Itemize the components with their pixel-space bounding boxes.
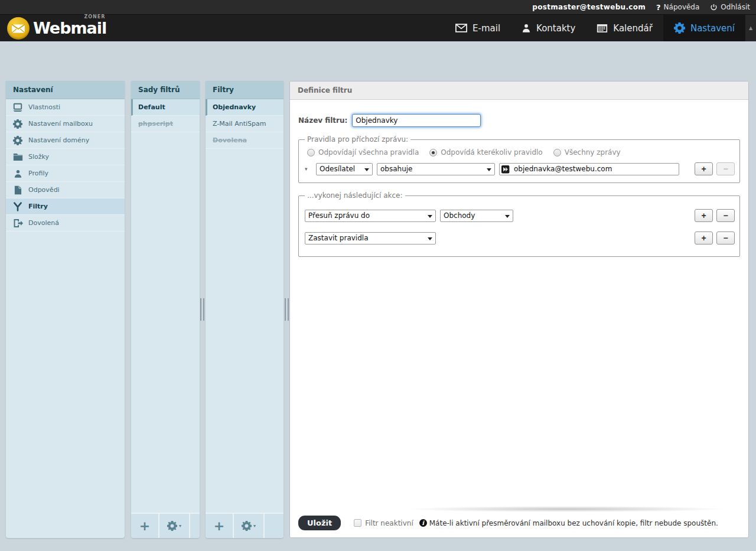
nav-label-kontakty: Kontakty: [536, 23, 575, 34]
sidebar-item-odpovedi[interactable]: Odpovědi: [6, 182, 125, 198]
filter-editor-panel: Definice filtru Název filtru: Pravidla p…: [289, 81, 749, 538]
action-type-select[interactable]: Zastavit pravidla: [305, 232, 436, 244]
sidebar-item-profily[interactable]: Profily: [6, 165, 125, 182]
logout-label: Odhlásit: [721, 3, 750, 11]
action-type-select[interactable]: Přesuň zprávu do: [305, 210, 436, 222]
filter-actions-menu-button[interactable]: ▾: [234, 514, 265, 538]
person-icon: [522, 23, 531, 33]
add-filter-button[interactable]: +: [206, 514, 234, 538]
radio-match-any[interactable]: Odpovídá kterékoliv pravidlo: [429, 148, 542, 157]
editor-body: Název filtru: Pravidla pro příchozí zprá…: [290, 100, 748, 537]
sidebar-item-filtry[interactable]: Filtry: [6, 198, 125, 215]
match-mode-radios: Odpovídají všechna pravidla Odpovídá kte…: [307, 148, 735, 157]
editor-spacer: [298, 257, 740, 506]
brand-company: ZONER: [84, 15, 105, 19]
document-icon: [12, 185, 24, 195]
rule-field-select[interactable]: Odesílatel: [316, 163, 373, 175]
filter-set-item-phpscript[interactable]: phpscript: [131, 116, 200, 132]
column-resize-grip[interactable]: [285, 298, 289, 321]
action-row: Přesuň zprávu do Obchody + −: [305, 209, 735, 222]
address-picker-icon[interactable]: [501, 165, 510, 176]
envelope-icon: [455, 24, 467, 32]
rules-legend: Pravidla pro příchozí zprávu:: [305, 135, 410, 144]
sidebar-item-slozky[interactable]: Složky: [6, 149, 125, 165]
toolbar-spacer: [265, 514, 284, 538]
add-action-button[interactable]: +: [695, 209, 713, 222]
filter-sets-toolbar: + ▾: [131, 513, 200, 538]
radio-match-all-messages[interactable]: Všechny zprávy: [553, 148, 621, 157]
filter-sets-column: Sady filtrů Default phpscript + ▾: [131, 81, 200, 538]
gear-icon: [12, 135, 24, 146]
list-item-label: Z-Mail AntiSpam: [213, 120, 266, 128]
settings-nav-column: Nastavení Vlastnosti Nastavení mailboxu …: [6, 81, 125, 538]
filter-set-actions-menu-button[interactable]: ▾: [159, 514, 190, 538]
filters-column: Filtry Objednavky Z-Mail AntiSpam Dovole…: [206, 81, 284, 538]
filter-inactive-checkbox-wrap[interactable]: Filtr neaktivní: [354, 519, 413, 527]
rule-value-wrap: [499, 162, 679, 175]
actions-fieldset: ...vykonej následující akce: Přesuň zprá…: [298, 191, 740, 257]
radio-label: Odpovídá kterékoliv pravidlo: [441, 148, 542, 157]
rule-row-expander-icon[interactable]: ▾: [305, 166, 312, 172]
main-nav-bar: ZONER Webmail E-mail Kontakty: [0, 14, 756, 41]
add-filter-set-button[interactable]: +: [131, 514, 159, 538]
action-row-buttons: + −: [695, 232, 735, 244]
sidebar-item-dovolena[interactable]: Dovolená: [6, 215, 125, 232]
rule-value-input[interactable]: [499, 163, 679, 175]
action-row-buttons: + −: [695, 209, 735, 222]
add-action-button[interactable]: +: [695, 232, 713, 244]
gear-icon: [12, 119, 24, 129]
collapse-up-icon: ▲: [749, 25, 752, 31]
radio-label: Všechny zprávy: [565, 148, 621, 157]
gear-icon: [167, 521, 177, 531]
filter-set-item-default[interactable]: Default: [131, 99, 200, 116]
sidebar-item-label: Profily: [28, 169, 48, 177]
filter-sets-list: Default phpscript: [131, 99, 200, 513]
person-icon: [12, 168, 24, 179]
nav-item-nastaveni[interactable]: Nastavení: [663, 15, 745, 41]
sidebar-item-nastaveni-mailboxu[interactable]: Nastavení mailboxu: [6, 116, 125, 132]
filter-item-zmail-antispam[interactable]: Z-Mail AntiSpam: [206, 116, 284, 132]
power-icon: [710, 4, 718, 11]
radio-match-all[interactable]: Odpovídají všechna pravidla: [307, 148, 419, 157]
checkbox-icon[interactable]: [354, 519, 361, 527]
nav-collapse-button[interactable]: ▲: [745, 15, 756, 41]
action-row: Zastavit pravidla + −: [305, 232, 735, 244]
nav-label-nastaveni: Nastavení: [690, 23, 735, 34]
top-bar: postmaster@testwebu.com ? Nápověda Odhlá…: [0, 0, 756, 14]
column-resize-grip[interactable]: [200, 298, 205, 321]
nav-item-email[interactable]: E-mail: [445, 15, 511, 41]
nav-items: E-mail Kontakty Kalendář Nastavení: [445, 15, 756, 41]
nav-item-kontakty[interactable]: Kontakty: [511, 15, 586, 41]
calendar-icon: [597, 24, 608, 33]
sidebar-item-vlastnosti[interactable]: Vlastnosti: [6, 99, 125, 116]
gear-icon: [674, 22, 685, 34]
filter-item-objednavky[interactable]: Objednavky: [206, 99, 284, 116]
gear-icon: [242, 521, 252, 531]
remove-action-button[interactable]: −: [716, 232, 735, 244]
radio-icon-checked: [429, 149, 437, 157]
add-rule-button[interactable]: +: [695, 162, 713, 175]
help-link[interactable]: ? Nápověda: [656, 3, 699, 12]
sidebar-item-nastaveni-domeny[interactable]: Nastavení domény: [6, 132, 125, 149]
webmail-logo[interactable]: ZONER Webmail: [0, 15, 154, 41]
chevron-down-icon: ▾: [179, 523, 181, 529]
save-button[interactable]: Uložit: [298, 516, 341, 530]
filters-toolbar: + ▾: [206, 513, 284, 538]
radio-icon: [307, 149, 315, 157]
remove-action-button[interactable]: −: [716, 209, 735, 222]
filter-item-dovolena[interactable]: Dovolena: [206, 132, 284, 149]
sidebar-item-label: Odpovědi: [28, 186, 60, 194]
actions-legend: ...vykonej následující akce:: [305, 191, 405, 200]
rule-operator-select[interactable]: obsahuje: [377, 163, 495, 175]
remove-rule-button[interactable]: −: [716, 162, 735, 175]
list-item-label: Default: [138, 103, 165, 111]
action-target-select[interactable]: Obchody: [440, 210, 513, 222]
nav-item-kalendar[interactable]: Kalendář: [586, 15, 663, 41]
filter-name-input[interactable]: [352, 114, 481, 127]
filter-name-label: Název filtru:: [298, 116, 347, 125]
chevron-down-icon: ▾: [253, 523, 256, 529]
list-item-label: phpscript: [138, 120, 173, 128]
logout-link[interactable]: Odhlásit: [710, 3, 750, 11]
list-item-label: Dovolena: [213, 136, 247, 144]
settings-nav-title: Nastavení: [6, 81, 125, 99]
